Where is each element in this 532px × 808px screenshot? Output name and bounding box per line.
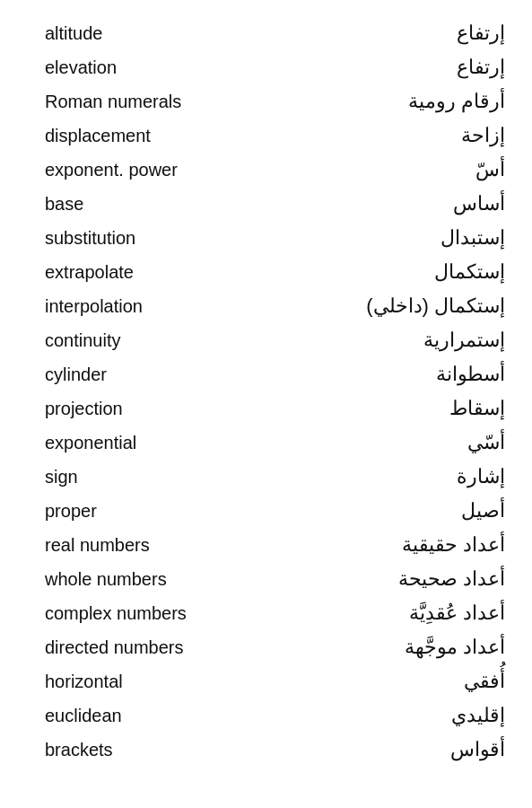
english-term: projection [45, 399, 224, 419]
vocab-row: interpolationإستكمال (داخلي) [0, 291, 532, 325]
vocab-row: bracketsأقواس [0, 734, 532, 768]
english-term: continuity [45, 330, 224, 351]
vocab-row: complex numbersأعداد عُقدِيَّة [0, 598, 532, 632]
vocab-row: substitutionإستبدال [0, 223, 532, 257]
english-term: directed numbers [45, 637, 224, 658]
vocab-row: signإشارة [0, 461, 532, 496]
arabic-term: أعداد حقيقية [402, 533, 505, 557]
english-term: base [45, 194, 224, 215]
english-term: interpolation [45, 296, 224, 317]
english-term: exponential [45, 433, 224, 453]
arabic-term: إستكمال (داخلي) [366, 294, 505, 318]
english-term: real numbers [45, 535, 224, 556]
english-term: cylinder [45, 364, 224, 385]
vocab-row: altitudeإرتفاع [0, 18, 532, 52]
arabic-term: أرقام رومية [408, 90, 505, 113]
arabic-term: إقليدي [451, 704, 505, 727]
vocab-row: real numbersأعداد حقيقية [0, 530, 532, 564]
arabic-term: إستبدال [440, 226, 505, 250]
arabic-term: أعداد موجَّهة [405, 636, 505, 659]
arabic-term: إزاحة [461, 124, 505, 147]
arabic-term: أساس [453, 192, 505, 215]
english-term: whole numbers [45, 569, 224, 590]
vocab-row: directed numbersأعداد موجَّهة [0, 632, 532, 666]
vocab-row: horizontalأُفقي [0, 666, 532, 700]
arabic-term: إرتفاع [457, 56, 505, 79]
english-term: exponent. power [45, 160, 224, 180]
english-term: displacement [45, 126, 224, 146]
vocab-row: whole numbersأعداد صحيحة [0, 564, 532, 598]
english-term: sign [45, 467, 224, 487]
arabic-term: إستمرارية [423, 329, 505, 352]
vocabulary-list: altitudeإرتفاعelevationإرتفاعRoman numer… [0, 18, 532, 768]
vocab-row: Roman numeralsأرقام رومية [0, 86, 532, 120]
english-term: altitude [45, 23, 224, 44]
vocab-row: properأصيل [0, 496, 532, 530]
vocab-row: projectionإسقاط [0, 393, 532, 427]
vocab-row: extrapolateإستكمال [0, 257, 532, 291]
english-term: brackets [45, 740, 224, 760]
vocab-row: continuityإستمرارية [0, 325, 532, 359]
arabic-term: إسقاط [449, 397, 505, 420]
english-term: substitution [45, 228, 224, 249]
english-term: proper [45, 501, 224, 522]
arabic-term: أقواس [450, 738, 505, 761]
english-term: elevation [45, 57, 224, 78]
arabic-term: إشارة [457, 465, 505, 488]
vocab-row: displacementإزاحة [0, 120, 532, 154]
arabic-term: أصيل [461, 499, 505, 523]
english-term: Roman numerals [45, 92, 224, 112]
english-term: euclidean [45, 706, 224, 726]
arabic-term: أسطوانة [436, 363, 505, 386]
english-term: extrapolate [45, 262, 224, 283]
arabic-term: أسّ [475, 158, 505, 181]
vocab-row: exponent. powerأسّ [0, 154, 532, 189]
arabic-term: أسّي [467, 431, 505, 454]
arabic-term: إستكمال [434, 260, 505, 284]
vocab-row: cylinderأسطوانة [0, 359, 532, 393]
arabic-term: إرتفاع [457, 22, 505, 45]
vocab-row: elevationإرتفاع [0, 52, 532, 86]
arabic-term: أعداد صحيحة [398, 567, 505, 591]
vocab-row: exponentialأسّي [0, 427, 532, 461]
english-term: complex numbers [45, 603, 224, 624]
vocab-row: euclideanإقليدي [0, 700, 532, 734]
english-term: horizontal [45, 672, 224, 692]
arabic-term: أُفقي [464, 670, 505, 693]
arabic-term: أعداد عُقدِيَّة [409, 602, 505, 625]
vocab-row: baseأساس [0, 189, 532, 223]
